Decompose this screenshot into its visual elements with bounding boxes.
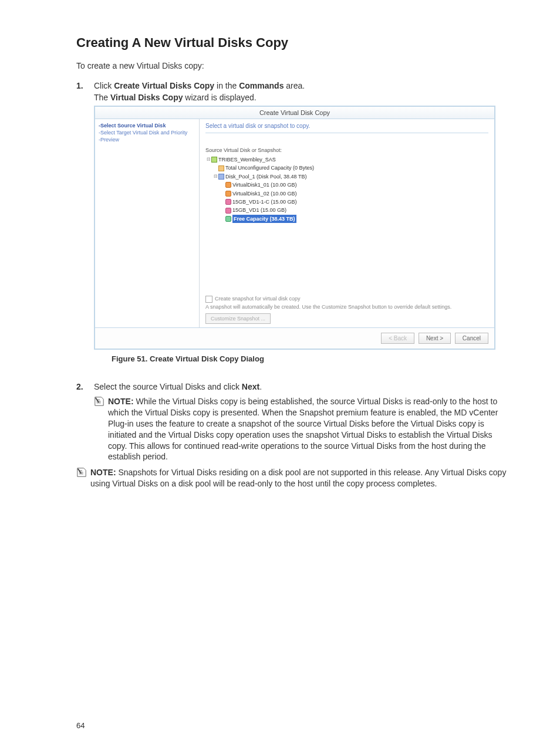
virtual-disk-copy-icon: [225, 208, 231, 214]
step1-l2-bold: Virtual Disks Copy: [110, 93, 183, 102]
tree-node-vdc[interactable]: 15GB_VD1-1-C (15.00 GB): [205, 198, 488, 206]
tree-node-free[interactable]: Free Capacity (38.43 TB): [205, 215, 488, 223]
step1-mid: in the: [214, 81, 239, 90]
tree-node-pool[interactable]: ⊟Disk_Pool_1 (Disk Pool, 38.48 TB): [205, 173, 488, 181]
note-1-text: While the Virtual Disks copy is being es…: [108, 397, 498, 461]
checkbox-icon[interactable]: [205, 296, 212, 303]
customize-snapshot-button[interactable]: Customize Snapshot ...: [205, 313, 271, 324]
cancel-button[interactable]: Cancel: [455, 333, 488, 344]
tree-node-vd1[interactable]: VirtualDisk1_01 (10.00 GB): [205, 181, 488, 189]
capacity-icon: [218, 165, 224, 171]
dialog-footer: < Back Next > Cancel: [95, 327, 494, 349]
create-virtual-disk-copy-dialog: Create Virtual Disk Copy -Select Source …: [94, 106, 495, 350]
tree-node-vd2[interactable]: VirtualDisk1_02 (10.00 GB): [205, 190, 488, 198]
step1-post: area.: [284, 81, 305, 90]
note-2: NOTE: Snapshots for Virtual Disks residi…: [76, 467, 513, 489]
tree-label-free: Free Capacity (38.43 TB): [232, 215, 296, 223]
source-tree[interactable]: ⊟TRIBES_Wembley_SAS Total Unconfigured C…: [205, 155, 488, 223]
note-1: NOTE: While the Virtual Disks copy is be…: [94, 396, 513, 462]
tree-label-vd1: VirtualDisk1_01 (10.00 GB): [232, 181, 296, 189]
disk-pool-icon: [218, 174, 224, 180]
step1-pre: Click: [94, 81, 114, 90]
note-icon: [76, 467, 87, 489]
tree-label-vd3: 15GB_VD1 (15.00 GB): [232, 206, 286, 214]
wizard-step-preview[interactable]: -Preview: [99, 137, 195, 143]
note-2-text: Snapshots for Virtual Disks residing on …: [90, 468, 506, 488]
dialog-prompt: Select a virtual disk or snapshot to cop…: [205, 123, 488, 133]
snapshot-checkbox-row[interactable]: Create snapshot for virtual disk copy: [205, 296, 488, 303]
step-1-line2: The Virtual Disks Copy wizard is display…: [94, 93, 513, 102]
step-1-text: Click Create Virtual Disks Copy in the C…: [94, 81, 513, 90]
wizard-step-select-target[interactable]: -Select Target Virtual Disk and Priority: [99, 130, 195, 136]
tree-node-array[interactable]: ⊟TRIBES_Wembley_SAS: [205, 155, 488, 164]
back-button[interactable]: < Back: [381, 333, 414, 344]
virtual-disk-icon: [225, 182, 231, 188]
tree-heading: Source Virtual Disk or Snapshot:: [205, 147, 488, 153]
tree-label-vdc: 15GB_VD1-1-C (15.00 GB): [232, 198, 297, 206]
next-button[interactable]: Next >: [419, 333, 451, 344]
tree-node-unconfigured[interactable]: Total Unconfigured Capacity (0 Bytes): [205, 164, 488, 172]
intro-text: To create a new Virtual Disks copy:: [76, 61, 513, 70]
wizard-steps-sidebar: -Select Source Virtual Disk -Select Targ…: [95, 119, 200, 327]
dialog-title: Create Virtual Disk Copy: [95, 107, 494, 119]
storage-array-icon: [211, 157, 217, 163]
virtual-disk-copy-icon: [225, 199, 231, 205]
step-2-text: Select the source Virtual Disks and clic…: [94, 382, 513, 391]
virtual-disk-icon: [225, 191, 231, 197]
step-number-1: 1.: [76, 81, 94, 376]
step2-pre: Select the source Virtual Disks and clic…: [94, 382, 242, 391]
step1-l2-pre: The: [94, 93, 110, 102]
tree-node-vd3[interactable]: 15GB_VD1 (15.00 GB): [205, 206, 488, 214]
note-label: NOTE:: [108, 397, 136, 406]
step2-bold: Next: [242, 382, 259, 391]
snapshot-checkbox-label: Create snapshot for virtual disk copy: [215, 296, 301, 302]
tree-label-vd2: VirtualDisk1_02 (10.00 GB): [232, 190, 296, 198]
figure-caption: Figure 51. Create Virtual Disk Copy Dial…: [112, 354, 513, 363]
step1-bold2: Commands: [239, 81, 284, 90]
section-heading: Creating A New Virtual Disks Copy: [76, 35, 513, 50]
note-icon: [94, 396, 104, 462]
snapshot-note: A snapshot will automatically be created…: [205, 304, 488, 310]
step1-bold1: Create Virtual Disks Copy: [114, 81, 214, 90]
tree-label-unconf: Total Unconfigured Capacity (0 Bytes): [225, 164, 314, 172]
free-capacity-icon: [225, 216, 231, 222]
tree-label-pool: Disk_Pool_1 (Disk Pool, 38.48 TB): [225, 173, 306, 181]
step1-l2-post: wizard is displayed.: [183, 93, 256, 102]
wizard-step-select-source[interactable]: -Select Source Virtual Disk: [99, 123, 195, 128]
tree-label-array: TRIBES_Wembley_SAS: [218, 155, 276, 164]
note-label: NOTE:: [90, 468, 118, 477]
step2-post: .: [259, 382, 262, 391]
